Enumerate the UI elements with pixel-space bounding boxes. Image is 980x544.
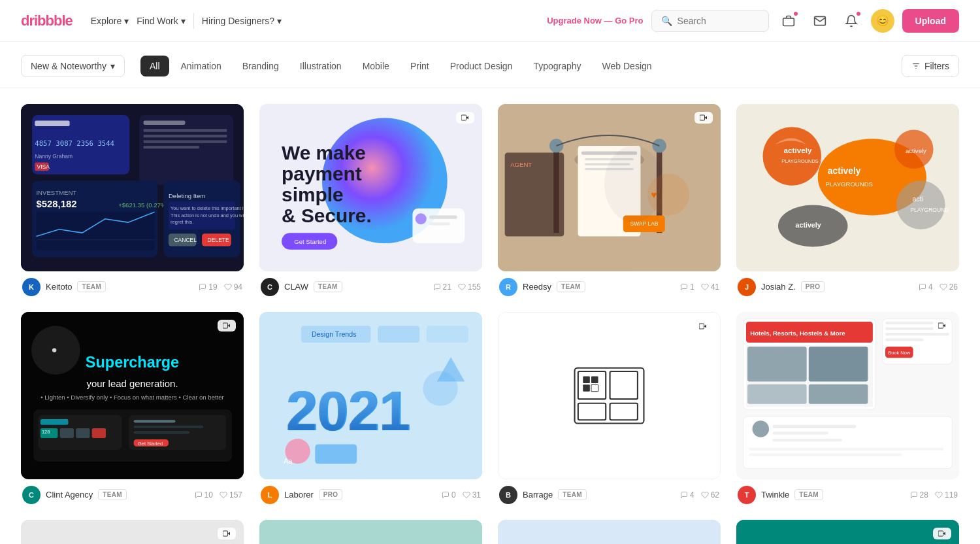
- chevron-down-icon: ▾: [277, 16, 282, 26]
- messages-button[interactable]: [808, 9, 832, 33]
- author-avatar-josiah[interactable]: J: [738, 278, 756, 296]
- card-meta-laborer: L Laborer PRO 0 31: [259, 486, 482, 504]
- svg-rect-66: [700, 115, 705, 120]
- category-tab-all[interactable]: All: [140, 56, 169, 76]
- card-meta-reedsy: R Reedsy TEAM 1 41: [498, 278, 721, 296]
- card-bottom1[interactable]: [21, 520, 244, 545]
- svg-text:4857 3087 2356 3544: 4857 3087 2356 3544: [35, 139, 114, 148]
- card-image-clint[interactable]: Supercharge your lead generation. • Ligh…: [21, 312, 244, 479]
- card-keitoto[interactable]: 4857 3087 2356 3544 Nanny Graham VISA IN…: [21, 104, 244, 296]
- svg-rect-43: [429, 216, 457, 219]
- svg-rect-6: [35, 121, 69, 127]
- card-image-claw[interactable]: We make payment simple & Secure. Get Sta…: [259, 104, 482, 271]
- author-avatar-claw[interactable]: C: [261, 278, 279, 296]
- category-tab-typography[interactable]: Typography: [524, 56, 590, 76]
- heart-icon: [701, 491, 709, 499]
- author-name-claw: CLAW: [284, 282, 308, 292]
- svg-rect-153: [21, 520, 244, 545]
- upload-button[interactable]: Upload: [902, 9, 959, 33]
- card-image-reedsy[interactable]: ♥ SWAP LAB AGENT: [498, 104, 721, 271]
- author-avatar-laborer[interactable]: L: [261, 486, 279, 504]
- category-tab-branding[interactable]: Branding: [233, 56, 288, 76]
- svg-point-63: [604, 146, 663, 222]
- card-meta-clint: C Clint Agency TEAM 10 157: [21, 486, 244, 504]
- logo[interactable]: dribbble: [21, 12, 73, 29]
- svg-marker-156: [228, 532, 231, 535]
- card-claw[interactable]: We make payment simple & Secure. Get Sta…: [259, 104, 482, 296]
- card-image-barrage[interactable]: [498, 312, 721, 479]
- new-noteworthy-dropdown[interactable]: New & Noteworthy ▾: [21, 55, 125, 77]
- svg-text:acti: acti: [913, 195, 924, 203]
- card-bottom4[interactable]: [736, 520, 959, 545]
- card-clint[interactable]: Supercharge your lead generation. • Ligh…: [21, 312, 244, 504]
- card-image-twinkle[interactable]: Hotels, Resorts, Hostels & More Book Now: [736, 312, 959, 479]
- nav-separator: [193, 13, 194, 29]
- svg-text:• Lighten  • Diversify only  •: • Lighten • Diversify only • Focus on wh…: [41, 394, 224, 401]
- svg-rect-139: [885, 327, 934, 330]
- card-image-josiah[interactable]: actively PLAYGROUNDS actively PLAYGROUND…: [736, 104, 959, 271]
- filters-button[interactable]: Filters: [902, 55, 959, 77]
- avatar-initial: 😊: [876, 14, 889, 27]
- author-avatar-barrage[interactable]: B: [499, 486, 517, 504]
- author-name-josiah: Josiah Z.: [761, 282, 796, 292]
- search-input[interactable]: [678, 16, 759, 26]
- shots-grid: 4857 3087 2356 3544 Nanny Graham VISA IN…: [21, 104, 959, 544]
- author-tag-barrage: TEAM: [558, 489, 587, 500]
- grid-container: 4857 3087 2356 3544 Nanny Graham VISA IN…: [0, 88, 980, 544]
- nav-hiring[interactable]: Hiring Designers? ▾: [199, 12, 284, 30]
- card-meta-barrage: B Barrage TEAM 4 62: [498, 486, 721, 504]
- svg-rect-99: [134, 431, 189, 434]
- card-image-bottom2[interactable]: [259, 520, 482, 545]
- svg-text:We make: We make: [282, 142, 366, 163]
- author-name-laborer: Laborer: [284, 490, 314, 500]
- card-twinkle[interactable]: Hotels, Resorts, Hostels & More Book Now: [736, 312, 959, 504]
- category-tab-product-design[interactable]: Product Design: [441, 56, 522, 76]
- card-meta-keitoto: K Keitoto TEAM 19 94: [21, 278, 244, 296]
- svg-marker-164: [943, 532, 946, 535]
- nav-find-work[interactable]: Find Work ▾: [134, 12, 188, 30]
- card-author-keitoto: K Keitoto TEAM: [22, 278, 106, 296]
- svg-marker-103: [228, 324, 231, 327]
- jobs-button[interactable]: [777, 9, 800, 33]
- category-tab-animation[interactable]: Animation: [172, 56, 231, 76]
- category-tab-mobile[interactable]: Mobile: [353, 56, 399, 76]
- card-stats-claw: 21 155: [433, 282, 481, 292]
- card-barrage[interactable]: B Barrage TEAM 4 62: [498, 312, 721, 504]
- comment-icon: [680, 491, 688, 499]
- card-image-bottom3[interactable]: [498, 520, 721, 545]
- card-image-laborer[interactable]: Design Trends 2021 2021 Aa: [259, 312, 482, 479]
- svg-rect-134: [809, 347, 868, 381]
- video-icon: [223, 322, 231, 329]
- avatar[interactable]: 😊: [871, 9, 894, 33]
- comment-count-claw: 21: [433, 282, 451, 292]
- svg-rect-146: [772, 424, 856, 428]
- card-bottom3[interactable]: [498, 520, 721, 545]
- category-tab-web-design[interactable]: Web Design: [593, 56, 661, 76]
- card-image-bottom4[interactable]: [736, 520, 959, 545]
- upgrade-button[interactable]: Upgrade Now — Go Pro: [547, 16, 643, 26]
- search-box[interactable]: 🔍: [651, 10, 769, 32]
- card-laborer[interactable]: Design Trends 2021 2021 Aa L: [259, 312, 482, 504]
- card-image-keitoto[interactable]: 4857 3087 2356 3544 Nanny Graham VISA IN…: [21, 104, 244, 271]
- nav-explore[interactable]: Explore ▾: [88, 12, 131, 30]
- heart-icon: [463, 491, 470, 499]
- author-avatar-reedsy[interactable]: R: [499, 278, 517, 296]
- svg-rect-157: [259, 520, 482, 545]
- comment-icon: [433, 283, 441, 291]
- video-badge: [218, 320, 236, 332]
- category-tab-illustration[interactable]: Illustration: [291, 56, 351, 76]
- card-meta-claw: C CLAW TEAM 21 155: [259, 278, 482, 296]
- card-josiah[interactable]: actively PLAYGROUNDS actively PLAYGROUND…: [736, 104, 959, 296]
- svg-text:actively: actively: [828, 165, 861, 176]
- author-avatar-keitoto[interactable]: K: [22, 278, 41, 296]
- author-avatar-clint[interactable]: C: [22, 486, 41, 504]
- card-reedsy[interactable]: ♥ SWAP LAB AGENT R Reedsy TEAM: [498, 104, 721, 296]
- author-avatar-twinkle[interactable]: T: [738, 486, 756, 504]
- notifications-button[interactable]: [840, 9, 863, 33]
- card-image-bottom1[interactable]: [21, 520, 244, 545]
- svg-point-42: [416, 213, 427, 224]
- card-bottom2[interactable]: [259, 520, 482, 545]
- author-tag-josiah: PRO: [801, 281, 825, 292]
- svg-rect-15: [144, 140, 227, 143]
- category-tab-print[interactable]: Print: [401, 56, 438, 76]
